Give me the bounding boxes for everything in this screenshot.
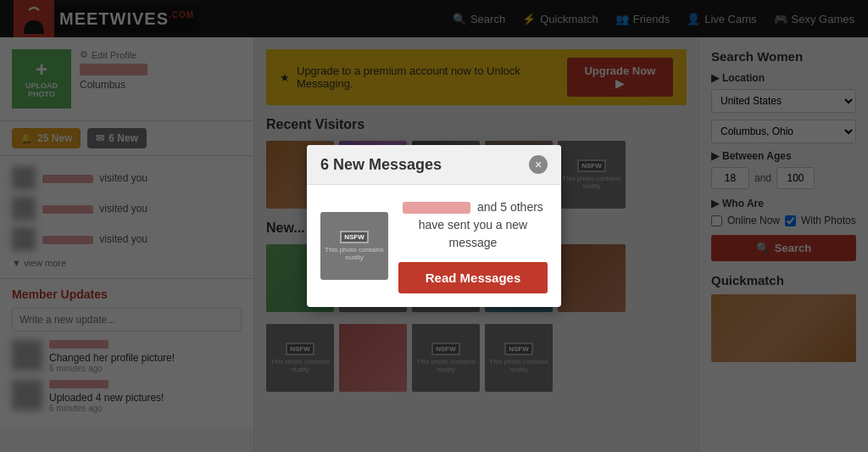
modal-nsfw-badge: NSFW	[340, 231, 369, 243]
modal-overlay[interactable]: 6 New Messages × NSFW This photo contain…	[0, 0, 868, 452]
modal-header: 6 New Messages ×	[307, 145, 561, 185]
modal-close-button[interactable]: ×	[529, 155, 548, 174]
read-messages-button[interactable]: Read Messages	[398, 262, 548, 293]
modal-nsfw-thumb: NSFW This photo contains nudity	[320, 212, 388, 280]
modal-body: NSFW This photo contains nudity and 5 ot…	[307, 185, 561, 307]
modal-sender-bar	[403, 202, 470, 214]
modal-nsfw-text: This photo contains nudity	[320, 246, 388, 261]
modal-message-body: and 5 others have sent you a new message	[398, 198, 548, 252]
modal-title: 6 New Messages	[320, 156, 442, 174]
modal-text-area: and 5 others have sent you a new message…	[398, 198, 548, 293]
new-messages-modal: 6 New Messages × NSFW This photo contain…	[307, 145, 561, 307]
